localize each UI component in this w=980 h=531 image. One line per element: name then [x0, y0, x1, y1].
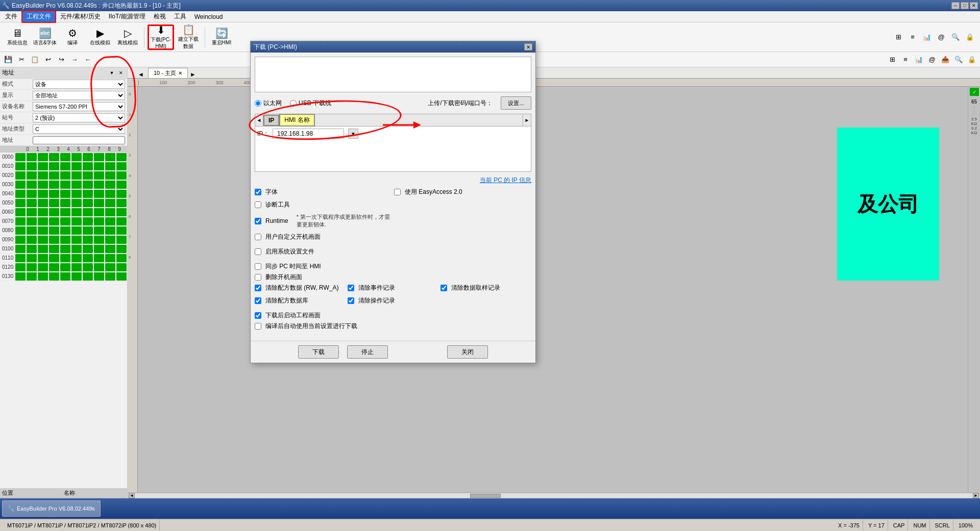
addr-cell[interactable] [94, 199, 104, 207]
addr-cell[interactable] [38, 199, 48, 207]
addr-cell[interactable] [49, 171, 59, 180]
menu-tools[interactable]: 工具 [170, 11, 190, 22]
addr-cell[interactable] [60, 217, 70, 225]
tb-extra-2[interactable]: ≡ [906, 32, 919, 43]
tb2-undo[interactable]: ↩ [42, 54, 54, 65]
tb-extra-6[interactable]: 🔒 [964, 32, 976, 43]
addr-cell[interactable] [15, 171, 26, 180]
addr-cell[interactable] [116, 171, 127, 180]
addr-cell[interactable] [27, 254, 37, 262]
sys-config-checkbox[interactable] [255, 248, 261, 255]
addr-cell[interactable] [83, 236, 93, 244]
addr-cell[interactable] [60, 272, 70, 281]
addr-cell[interactable] [27, 272, 37, 281]
addr-cell[interactable] [15, 190, 26, 198]
addr-cell[interactable] [27, 236, 37, 244]
addr-cell[interactable] [105, 181, 115, 189]
compile-button[interactable]: ⚙ 编译 [59, 24, 86, 50]
addr-cell[interactable] [60, 190, 70, 198]
addr-cell[interactable] [71, 226, 82, 235]
addr-cell[interactable] [71, 263, 82, 271]
tb2-nav-l[interactable]: ← [82, 54, 94, 65]
tb2-list[interactable]: ≡ [899, 54, 912, 65]
menu-iiot[interactable]: IIoT/能源管理 [105, 11, 150, 22]
addr-cell[interactable] [15, 245, 26, 253]
menu-file[interactable]: 文件 [1, 11, 21, 22]
addr-cell[interactable] [94, 190, 104, 198]
minimize-button[interactable]: ─ [951, 2, 960, 9]
tb-extra-3[interactable]: 📊 [921, 32, 933, 43]
addr-cell[interactable] [83, 263, 93, 271]
language-button[interactable]: 🔤 语言&字体 [32, 24, 58, 50]
menu-weincloud[interactable]: Weincloud [190, 12, 227, 21]
horizontal-scrollbar[interactable]: ◄ ► [128, 492, 980, 498]
addr-cell[interactable] [27, 226, 37, 235]
addr-cell[interactable] [38, 190, 48, 198]
addr-cell[interactable] [83, 208, 93, 216]
addr-cell[interactable] [105, 272, 115, 281]
clear-op-checkbox[interactable] [348, 297, 354, 304]
addr-cell[interactable] [116, 199, 127, 207]
station-select[interactable]: 2 (预设) [33, 113, 125, 122]
addr-cell[interactable] [116, 236, 127, 244]
restart-hmi-button[interactable]: 🔄 重启HMI [208, 24, 235, 50]
launch-after-checkbox[interactable] [255, 312, 261, 319]
runtime-checkbox[interactable] [255, 218, 261, 224]
clear-recipe-db-checkbox[interactable] [255, 297, 261, 304]
tb2-copy[interactable]: 📋 [29, 54, 41, 65]
addr-cell[interactable] [94, 254, 104, 262]
addr-cell[interactable] [94, 226, 104, 235]
addr-cell[interactable] [15, 272, 26, 281]
addr-cell[interactable] [94, 272, 104, 281]
addr-cell[interactable] [49, 272, 59, 281]
addr-cell[interactable] [27, 181, 37, 189]
addr-cell[interactable] [105, 236, 115, 244]
clear-data-checkbox[interactable] [440, 285, 447, 291]
ip-column-header[interactable]: IP [263, 115, 279, 126]
addr-input[interactable] [33, 136, 125, 144]
addr-cell[interactable] [49, 190, 59, 198]
addr-cell[interactable] [116, 254, 127, 262]
easyaccess-checkbox[interactable] [394, 189, 401, 195]
addr-cell[interactable] [71, 272, 82, 281]
addr-cell[interactable] [116, 272, 127, 281]
addr-cell[interactable] [38, 162, 48, 170]
tb2-save[interactable]: 💾 [2, 54, 14, 65]
addr-cell[interactable] [71, 153, 82, 161]
tb2-at[interactable]: @ [926, 54, 938, 65]
addr-cell[interactable] [94, 208, 104, 216]
addr-cell[interactable] [49, 153, 59, 161]
addr-cell[interactable] [94, 171, 104, 180]
addr-cell[interactable] [38, 153, 48, 161]
addr-cell[interactable] [116, 153, 127, 161]
addr-cell[interactable] [60, 263, 70, 271]
scroll-thumb-h[interactable] [470, 494, 501, 498]
del-startup-checkbox[interactable] [255, 274, 261, 281]
sync-time-checkbox[interactable] [255, 263, 261, 270]
addr-cell[interactable] [15, 199, 26, 207]
addr-cell[interactable] [105, 171, 115, 180]
addr-cell[interactable] [116, 190, 127, 198]
addr-cell[interactable] [60, 208, 70, 216]
addr-cell[interactable] [116, 245, 127, 253]
addr-cell[interactable] [49, 208, 59, 216]
addr-cell[interactable] [15, 254, 26, 262]
usb-option[interactable]: USB 下载线 [290, 99, 331, 108]
addr-cell[interactable] [105, 208, 115, 216]
menu-components[interactable]: 元件/素材/历史 [56, 11, 105, 22]
addr-cell[interactable] [27, 217, 37, 225]
addr-cell[interactable] [94, 181, 104, 189]
addr-cell[interactable] [83, 245, 93, 253]
usb-radio[interactable] [290, 100, 297, 107]
addr-cell[interactable] [105, 190, 115, 198]
mode-select[interactable]: 设备 [33, 80, 125, 89]
addr-cell[interactable] [83, 153, 93, 161]
font-checkbox[interactable] [255, 189, 261, 195]
addr-cell[interactable] [15, 226, 26, 235]
panel-close-btn[interactable]: ✕ [117, 69, 125, 77]
tab-nav-right[interactable]: ► [188, 71, 196, 78]
addr-cell[interactable] [15, 236, 26, 244]
addr-cell[interactable] [94, 263, 104, 271]
addr-cell[interactable] [60, 199, 70, 207]
taskbar-app-button[interactable]: 🔧 EasyBuilder Pro V6.08.02.449s [2, 500, 101, 517]
